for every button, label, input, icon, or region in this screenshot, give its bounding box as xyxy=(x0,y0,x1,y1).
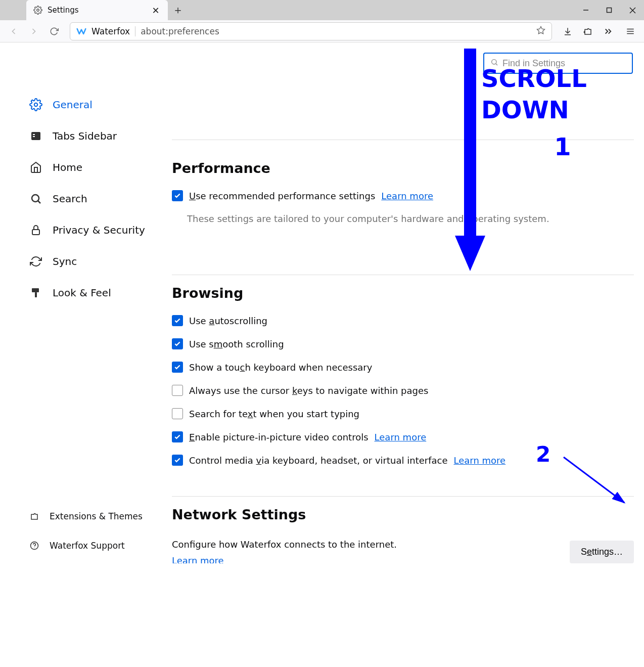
gear-icon xyxy=(29,98,42,111)
svg-line-14 xyxy=(38,201,40,203)
section-performance: Performance Use recommended performance … xyxy=(172,140,634,224)
sidebar-item-label: General xyxy=(53,99,93,111)
browser-tab[interactable]: Settings ✕ xyxy=(26,0,168,20)
downloads-button[interactable] xyxy=(559,23,576,40)
puzzle-icon xyxy=(29,511,39,521)
checkbox[interactable] xyxy=(172,408,183,419)
svg-rect-2 xyxy=(607,8,612,13)
checkbox-label: Use smooth scrolling xyxy=(189,339,284,349)
section-network: Network Settings Configure how Waterfox … xyxy=(172,496,634,563)
svg-point-20 xyxy=(492,60,496,64)
svg-rect-17 xyxy=(35,292,37,297)
bookmark-star-icon[interactable] xyxy=(536,26,545,37)
learn-more-link[interactable]: Learn more xyxy=(454,455,506,466)
section-browsing: Browsing Use autoscrollingUse smooth scr… xyxy=(172,275,634,466)
sidebar-item-label: Extensions & Themes xyxy=(50,511,143,521)
checkbox-label: Use recommended performance settings xyxy=(189,191,375,201)
search-settings-input[interactable] xyxy=(502,58,626,69)
checkbox-label: Always use the cursor keys to navigate w… xyxy=(189,385,428,396)
sidebar-item-extensions[interactable]: Extensions & Themes xyxy=(29,505,143,528)
search-icon xyxy=(29,192,42,205)
checkbox[interactable] xyxy=(172,455,183,466)
sidebar-item-tabs[interactable]: Tabs Sidebar xyxy=(29,124,172,148)
svg-point-9 xyxy=(34,103,38,107)
network-settings-button[interactable]: Settings… xyxy=(570,541,634,563)
sync-icon xyxy=(29,255,42,268)
tab-strip: Settings ✕ ＋ xyxy=(0,0,188,20)
close-window-button[interactable] xyxy=(621,0,644,20)
url-identity: Waterfox xyxy=(91,26,135,36)
svg-marker-23 xyxy=(455,236,485,271)
preferences-main[interactable]: Performance Use recommended performance … xyxy=(172,42,644,563)
sidebar-item-label: Home xyxy=(53,161,82,173)
learn-more-link[interactable]: Learn more xyxy=(172,555,224,563)
tab-close-button[interactable]: ✕ xyxy=(151,5,161,15)
checkbox[interactable] xyxy=(172,338,183,349)
section-title: Browsing xyxy=(172,285,634,301)
title-bar: Settings ✕ ＋ xyxy=(0,0,644,20)
waterfox-logo-icon xyxy=(76,26,86,36)
section-title: Performance xyxy=(172,160,634,176)
checkbox-label: Control media via keyboard, headset, or … xyxy=(189,455,448,466)
svg-rect-12 xyxy=(33,136,35,137)
help-icon xyxy=(29,541,39,551)
checkbox[interactable] xyxy=(172,315,183,326)
network-description: Configure how Waterfox connects to the i… xyxy=(172,537,397,553)
learn-more-link[interactable]: Learn more xyxy=(381,191,433,201)
sidebar-item-label: Sync xyxy=(53,255,77,268)
overflow-button[interactable] xyxy=(600,23,617,40)
sidebar-item-label: Tabs Sidebar xyxy=(53,130,117,142)
window-controls xyxy=(574,0,644,20)
back-button[interactable] xyxy=(5,23,22,40)
sidebar-item-general[interactable]: General xyxy=(29,93,172,116)
home-icon xyxy=(29,161,42,174)
svg-rect-10 xyxy=(31,132,40,140)
maximize-button[interactable] xyxy=(597,0,621,20)
checkbox-recommended-performance[interactable] xyxy=(172,190,183,201)
checkbox[interactable] xyxy=(172,431,183,442)
checkbox-label: Search for text when you start typing xyxy=(189,409,359,419)
section-title: Network Settings xyxy=(172,507,634,522)
sidebar-item-home[interactable]: Home xyxy=(29,156,172,179)
sidebar-item-privacy[interactable]: Privacy & Security xyxy=(29,218,172,242)
extensions-button[interactable] xyxy=(579,23,596,40)
svg-point-13 xyxy=(32,195,39,202)
preferences-sidebar: General Tabs Sidebar Home Search Privacy… xyxy=(0,42,172,563)
learn-more-link[interactable]: Learn more xyxy=(375,432,427,442)
svg-marker-5 xyxy=(537,26,545,33)
search-settings-box[interactable] xyxy=(483,53,633,74)
svg-point-0 xyxy=(37,9,39,12)
sidebar-item-support[interactable]: Waterfox Support xyxy=(29,534,143,557)
paint-icon xyxy=(29,286,42,299)
minimize-button[interactable] xyxy=(574,0,597,20)
checkbox[interactable] xyxy=(172,362,183,373)
sidebar-item-label: Search xyxy=(53,193,87,205)
sidebar-item-look[interactable]: Look & Feel xyxy=(29,281,172,304)
sidebar-item-search[interactable]: Search xyxy=(29,187,172,210)
nav-toolbar: Waterfox about:preferences xyxy=(0,20,644,42)
sidebar-item-label: Privacy & Security xyxy=(53,224,145,236)
sidebar-item-sync[interactable]: Sync xyxy=(29,250,172,273)
tab-title: Settings xyxy=(48,6,146,15)
performance-hint: These settings are tailored to your comp… xyxy=(187,213,634,224)
sidebar-item-label: Waterfox Support xyxy=(50,541,125,551)
checkbox-label: Enable picture-in-picture video controls xyxy=(189,432,369,442)
svg-line-21 xyxy=(496,64,497,65)
new-tab-button[interactable]: ＋ xyxy=(168,0,188,20)
search-icon xyxy=(490,58,498,68)
sidebar-item-label: Look & Feel xyxy=(53,287,111,299)
checkbox-label: Show a touch keyboard when necessary xyxy=(189,362,372,373)
url-bar[interactable]: Waterfox about:preferences xyxy=(70,22,552,40)
svg-rect-11 xyxy=(33,134,35,135)
svg-rect-15 xyxy=(32,230,39,235)
reload-button[interactable] xyxy=(45,23,63,40)
checkbox[interactable] xyxy=(172,385,183,396)
svg-rect-16 xyxy=(32,288,39,292)
checkbox-label: Use autoscrolling xyxy=(189,316,267,326)
gear-icon xyxy=(33,6,42,15)
url-text: about:preferences xyxy=(141,26,219,36)
tabs-sidebar-icon xyxy=(29,129,42,143)
forward-button[interactable] xyxy=(25,23,42,40)
lock-icon xyxy=(29,224,42,237)
app-menu-button[interactable] xyxy=(622,23,639,40)
